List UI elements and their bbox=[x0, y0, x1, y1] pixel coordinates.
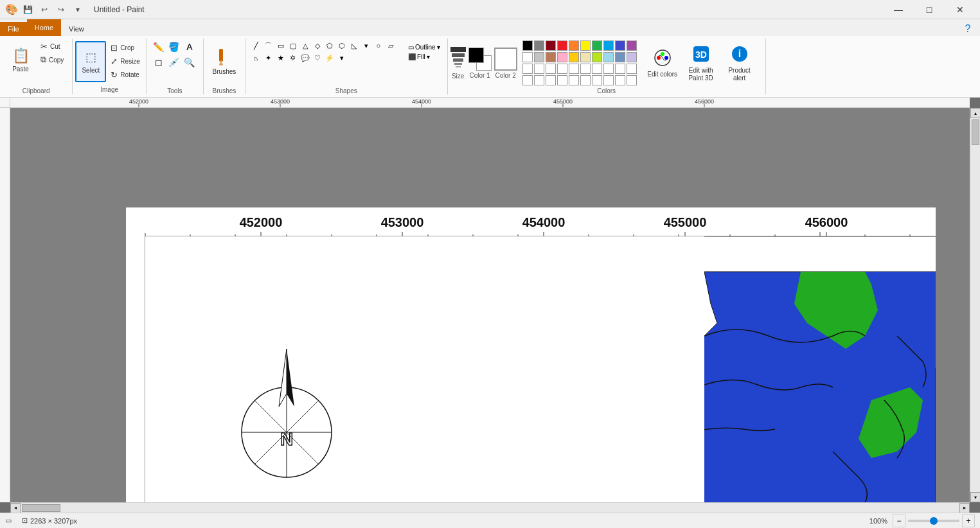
color-picker-tool[interactable]: 💉 bbox=[167, 55, 181, 69]
zoom-out-button[interactable]: − bbox=[893, 515, 905, 527]
qat-customize-button[interactable]: ▾ bbox=[71, 3, 85, 17]
swatch-steelblue[interactable] bbox=[615, 52, 625, 62]
swatch-blue[interactable] bbox=[603, 40, 614, 51]
scroll-left-button[interactable]: ◂ bbox=[10, 503, 21, 513]
swatch-lavender[interactable] bbox=[627, 52, 637, 62]
swatch-gray[interactable] bbox=[534, 40, 544, 51]
swatch-r3-1[interactable] bbox=[522, 64, 533, 74]
swatch-lime[interactable] bbox=[592, 52, 602, 62]
fill-tool[interactable]: 🪣 bbox=[167, 40, 181, 54]
scrollbar-h-thumb[interactable] bbox=[22, 504, 60, 512]
outline-dropdown[interactable]: ▭ Outline ▾ bbox=[406, 43, 442, 51]
resize-button[interactable]: ⤢ Resize bbox=[107, 55, 143, 67]
swatch-r4-9[interactable] bbox=[615, 75, 625, 85]
shape-heart[interactable]: ♡ bbox=[312, 52, 323, 64]
swatch-orange[interactable] bbox=[569, 40, 579, 51]
cut-button[interactable]: ✂ Cut bbox=[37, 40, 67, 53]
swatch-r4-5[interactable] bbox=[569, 75, 579, 85]
swatch-lightgray[interactable] bbox=[534, 52, 544, 62]
copy-button[interactable]: ⧉ Copy bbox=[37, 53, 67, 66]
shape-more2[interactable]: ▾ bbox=[336, 52, 348, 64]
select-button[interactable]: ⬚ Select bbox=[75, 41, 106, 82]
eraser-tool[interactable]: ◻ bbox=[152, 55, 166, 69]
pencil-tool[interactable]: ✏️ bbox=[152, 40, 166, 54]
tab-file[interactable]: File bbox=[0, 22, 27, 36]
minimize-button[interactable]: — bbox=[884, 0, 913, 19]
swatch-r3-4[interactable] bbox=[557, 64, 567, 74]
shape-para[interactable]: ▱ bbox=[385, 40, 396, 51]
swatch-r4-6[interactable] bbox=[580, 75, 591, 85]
swatch-darkred[interactable] bbox=[546, 40, 556, 51]
scrollbar-h[interactable]: ◂ ▸ bbox=[10, 502, 970, 513]
scrollbar-v-thumb[interactable] bbox=[972, 119, 979, 145]
scrollbar-h-track[interactable] bbox=[21, 503, 959, 513]
rotate-button[interactable]: ↻ Rotate bbox=[107, 68, 143, 81]
edit-colors-button[interactable]: Edit colors bbox=[645, 40, 681, 85]
maximize-button[interactable]: □ bbox=[914, 0, 944, 19]
shape-curve[interactable]: ⌒ bbox=[263, 40, 274, 51]
scroll-up-button[interactable]: ▴ bbox=[970, 108, 980, 118]
swatch-r4-1[interactable] bbox=[522, 75, 533, 85]
close-button[interactable]: ✕ bbox=[945, 0, 975, 19]
shape-triangle[interactable]: △ bbox=[299, 40, 311, 51]
paste-button[interactable]: 📋 Paste bbox=[5, 40, 36, 81]
tab-home[interactable]: Home bbox=[27, 19, 61, 36]
shape-star4[interactable]: ✦ bbox=[263, 52, 274, 64]
swatch-r4-3[interactable] bbox=[546, 75, 556, 85]
swatch-white[interactable] bbox=[522, 52, 533, 62]
shape-righttri[interactable]: ◺ bbox=[348, 40, 360, 51]
swatch-r4-8[interactable] bbox=[603, 75, 614, 85]
swatch-r3-5[interactable] bbox=[569, 64, 579, 74]
swatch-darkblue[interactable] bbox=[615, 40, 625, 51]
shape-diamond[interactable]: ◇ bbox=[312, 40, 323, 51]
swatch-r3-2[interactable] bbox=[534, 64, 544, 74]
swatch-pink[interactable] bbox=[557, 52, 567, 62]
text-tool[interactable]: A bbox=[183, 40, 197, 54]
shape-trap[interactable]: ⏢ bbox=[251, 52, 262, 64]
swatch-gold[interactable] bbox=[569, 52, 579, 62]
swatch-cream[interactable] bbox=[580, 52, 591, 62]
brushes-button[interactable]: Brushes bbox=[209, 40, 240, 81]
swatch-r3-10[interactable] bbox=[627, 64, 637, 74]
swatch-lightblue[interactable] bbox=[603, 52, 614, 62]
swatch-r3-6[interactable] bbox=[580, 64, 591, 74]
magnify-tool[interactable]: 🔍 bbox=[183, 55, 197, 69]
shape-callout[interactable]: 💬 bbox=[299, 52, 311, 64]
shape-more1[interactable]: ▾ bbox=[361, 40, 372, 51]
swatch-r4-10[interactable] bbox=[627, 75, 637, 85]
swatch-r4-7[interactable] bbox=[592, 75, 602, 85]
shape-pentagon[interactable]: ⬠ bbox=[324, 40, 335, 51]
swatch-red[interactable] bbox=[557, 40, 567, 51]
scroll-down-button[interactable]: ▾ bbox=[970, 492, 980, 502]
qat-undo-button[interactable]: ↩ bbox=[37, 3, 51, 17]
tab-view[interactable]: View bbox=[61, 22, 92, 36]
swatch-r4-4[interactable] bbox=[557, 75, 567, 85]
swatch-purple[interactable] bbox=[627, 40, 637, 51]
scrollbar-v[interactable]: ▴ ▾ bbox=[970, 108, 980, 502]
crop-button[interactable]: ⊡ Crop bbox=[107, 41, 143, 54]
swatch-r3-3[interactable] bbox=[546, 64, 556, 74]
swatch-r3-8[interactable] bbox=[603, 64, 614, 74]
product-alert-button[interactable]: i Productalert bbox=[722, 40, 758, 85]
scrollbar-v-track[interactable] bbox=[970, 118, 980, 492]
color2-box[interactable] bbox=[494, 48, 517, 71]
swatch-r3-7[interactable] bbox=[592, 64, 602, 74]
swatch-r3-9[interactable] bbox=[615, 64, 625, 74]
edit-paint3d-button[interactable]: 3D Edit withPaint 3D bbox=[683, 40, 719, 85]
shape-rect[interactable]: ▭ bbox=[275, 40, 287, 51]
fill-dropdown[interactable]: ⬛ Fill ▾ bbox=[406, 53, 442, 61]
swatch-yellow[interactable] bbox=[580, 40, 591, 51]
shape-lightning[interactable]: ⚡ bbox=[324, 52, 335, 64]
swatch-green[interactable] bbox=[592, 40, 602, 51]
shape-ellipse[interactable]: ○ bbox=[373, 40, 384, 51]
size-button[interactable]: Size bbox=[450, 44, 466, 82]
color1-box[interactable] bbox=[468, 48, 492, 71]
shape-line[interactable]: ╱ bbox=[251, 40, 262, 51]
shape-hexagon[interactable]: ⬡ bbox=[336, 40, 348, 51]
qat-save-button[interactable]: 💾 bbox=[21, 3, 35, 17]
swatch-r4-2[interactable] bbox=[534, 75, 544, 85]
zoom-in-button[interactable]: + bbox=[962, 515, 975, 527]
shape-star6[interactable]: ✡ bbox=[287, 52, 299, 64]
qat-redo-button[interactable]: ↪ bbox=[54, 3, 68, 17]
help-button[interactable]: ? bbox=[961, 22, 975, 36]
